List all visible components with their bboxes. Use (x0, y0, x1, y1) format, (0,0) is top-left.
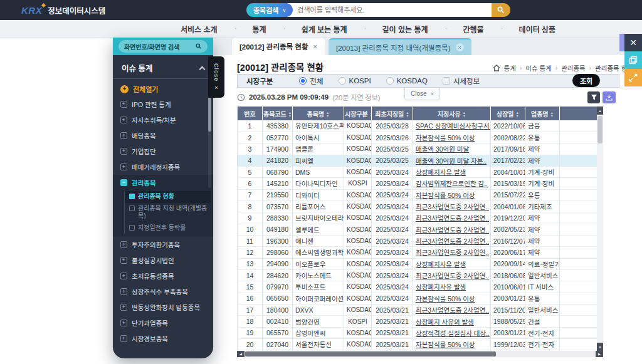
table-row[interactable]: 14284620카이노스메드KOSDAQ2025/03/24최근3사업연도중 2… (238, 269, 597, 281)
scroll-right-button[interactable]: ▶ (596, 351, 603, 357)
search-submit-button[interactable] (492, 3, 510, 17)
designation-reason-link[interactable]: 자본잠식률 50% 이상 (416, 295, 475, 303)
horizontal-scrollbar-thumb[interactable] (245, 351, 496, 356)
sidebar-subitem[interactable]: 관리종목 지정 내역(개별종목) (125, 203, 211, 222)
column-header-7[interactable]: 상장일▲▼ (491, 107, 525, 120)
sidebar-close-tab[interactable]: Close × (208, 56, 224, 98)
sidebar-item-row[interactable]: +단기과열종목 (113, 315, 213, 331)
designation-reason-link[interactable]: 상장적격성 실질심사 대상.. (416, 330, 490, 337)
sidebar-item-row[interactable]: +정리매매종목 (113, 346, 213, 350)
designation-reason-link[interactable]: 자본잠식률 50% 이상 (416, 341, 475, 348)
sidebar-item-row[interactable]: +기업집단 (113, 143, 213, 159)
tab-close-icon[interactable]: × (456, 43, 464, 51)
sidebar-item-row[interactable]: +자사주취득/처분 (113, 112, 213, 128)
table-row[interactable]: 18002410범양건영KOSPI2025/03/21상장폐지 사유의 발생19… (238, 316, 597, 327)
sidebar-subitem[interactable]: 지정일전후 등락률 (125, 222, 211, 234)
sidebar-item-row[interactable]: +초저유동성종목 (113, 268, 213, 284)
sidebar-item-row[interactable]: +투자주의환기종목 (113, 237, 213, 252)
designation-reason-link[interactable]: 자본잠식률 50% 이상 (416, 134, 475, 142)
nav-item-4[interactable]: 깊이 있는 통계 (382, 24, 428, 34)
expand-window-button[interactable] (624, 69, 642, 86)
market-radio-전체[interactable]: 전체 (299, 76, 323, 86)
market-radio-KOSPI[interactable]: KOSPI (339, 77, 371, 85)
table-row[interactable]: 7219550디와이디KOSDAQ2025/03/24자본잠식률 50% 이상2… (238, 189, 597, 200)
home-icon[interactable] (493, 65, 500, 71)
table-row[interactable]: 17180400DXVXKOSDAQ2025/03/21최근3사업연도중 2사업… (238, 304, 597, 316)
table-row[interactable]: 5068790DMSKOSDAQ2025/03/24상장폐지사유 발생2004/… (238, 166, 597, 177)
breadcrumb-item[interactable]: 통계 (504, 63, 516, 73)
designation-reason-link[interactable]: 최근3사업연도중 2사업연.. (416, 226, 489, 234)
breadcrumb-item[interactable]: 관리종목 (561, 63, 586, 73)
designation-reason-link[interactable]: 상장폐지사유 발생 (416, 261, 466, 268)
price-info-checkbox[interactable]: 시세정보 (443, 76, 480, 86)
table-row[interactable]: 1435380유안타제10호스팩KOSDAQ2025/03/28SPAC 상장예… (238, 120, 597, 132)
table-row[interactable]: 9288330브릿지바이오테라..KOSDAQ2025/03/24최근3사업연도… (238, 212, 597, 224)
designation-reason-link[interactable]: 매출액 30억원 미달 자본.. (416, 157, 487, 165)
sidebar-item-row[interactable]: +IPO 관련 통계 (113, 96, 213, 112)
table-row[interactable]: 15079970투비소프트KOSDAQ2025/03/24상장폐지사유 발생20… (238, 281, 597, 293)
screen-number-search-input[interactable]: 화면번호/화면명 검색 (118, 40, 208, 53)
table-row[interactable]: 4241820피씨엘KOSDAQ2025/03/25매출액 30억원 미달 자본… (238, 155, 597, 166)
sidebar-item-row[interactable]: +매매거래정지종목 (113, 159, 213, 175)
duplicate-window-button[interactable] (624, 51, 642, 69)
market-radio-KOSDAQ[interactable]: KOSDAQ (386, 77, 428, 85)
table-row[interactable]: 10049180셀루메드KOSDAQ2025/03/24최근3사업연도중 2사업… (238, 224, 597, 235)
vertical-scrollbar-thumb[interactable] (597, 116, 603, 143)
column-header-6[interactable]: 지정사유▲▼ (413, 107, 491, 120)
designation-reason-link[interactable]: 상장폐지사유 발생 (416, 169, 466, 176)
designation-reason-link[interactable]: 최근3사업연도중 2사업연.. (416, 249, 489, 256)
sidebar-item-row[interactable]: −관리종목 (113, 175, 213, 190)
close-window-button[interactable]: ✕ (624, 34, 642, 51)
scroll-down-button[interactable]: ▼ (597, 343, 603, 351)
designation-reason-link[interactable]: 최근3사업연도중 2사업연.. (416, 214, 489, 222)
table-row[interactable]: 16065650하이퍼코퍼레이션KOSDAQ2025/03/24자본잠식률 50… (238, 293, 597, 304)
table-row[interactable]: 2052770아이톡시KOSDAQ2025/03/26자본잠식률 50% 이상2… (238, 132, 597, 143)
sidebar-item-row[interactable]: +배당종목 (113, 128, 213, 143)
designation-reason-link[interactable]: 상장폐지 사유의 발생 (416, 318, 474, 326)
tab-close-icon[interactable]: × (313, 43, 317, 50)
table-row[interactable]: 20027040서울전자통신KOSDAQ2025/03/21자본잠식률 50% … (238, 339, 597, 350)
table-row[interactable]: 8073570리튬포어스KOSDAQ2025/03/24최근3사업연도중 2사업… (238, 200, 597, 212)
table-row[interactable]: 11196300애니젠KOSDAQ2025/03/24최근3사업연도중 2사업연… (238, 235, 597, 246)
column-header-5[interactable]: 최초지정일▲▼ (372, 107, 413, 120)
table-row[interactable]: 12298060에스씨엠생명과학KOSDAQ2025/03/24최근3사업연도중… (238, 247, 597, 258)
search-category-button[interactable]: 종목검색 ∨ (246, 3, 293, 17)
designation-reason-link[interactable]: 상장폐지사유 발생 (416, 283, 466, 291)
designation-reason-link[interactable]: 최근3사업연도중 2사업연.. (416, 306, 489, 314)
search-input[interactable] (287, 3, 492, 17)
designation-reason-link[interactable]: SPAC 상장예비심사청구서.. (416, 122, 491, 130)
sidebar-item-row[interactable]: +시장경보종목 (113, 331, 213, 346)
filter-funnel-button[interactable] (587, 91, 600, 103)
column-header-4[interactable]: 시장구분▲▼ (344, 107, 372, 120)
column-header-2[interactable]: 종목코드▲▼ (263, 107, 293, 120)
tab-1[interactable]: [20012] 관리종목 현황× (232, 38, 325, 55)
sidebar-subitem[interactable]: 관리종목 현황 (125, 191, 211, 203)
designation-reason-link[interactable]: 매출액 30억원 미달 (416, 145, 469, 153)
sidebar-item-row[interactable]: +불성실공시법인 (113, 252, 213, 268)
table-row[interactable]: 3174900앱클론KOSDAQ2025/03/25매출액 30억원 미달201… (238, 143, 597, 155)
designation-reason-link[interactable]: 최근3사업연도중 2사업연.. (416, 272, 489, 279)
column-header-8[interactable]: 업종명▲▼ (525, 107, 560, 120)
nav-item-3[interactable]: 쉽게 보는 통계 (302, 24, 347, 34)
nav-item-1[interactable]: 서비스 소개 (181, 24, 218, 34)
tab-2[interactable]: [20013] 관리종목 지정 내역(개별종목)× (329, 38, 471, 55)
column-header-3[interactable]: 종목명▲▼ (293, 107, 344, 120)
hidden-panel-button[interactable] (619, 34, 624, 51)
sidebar-item-row[interactable]: +상장주식수 부족종목 (113, 284, 213, 299)
designation-reason-link[interactable]: 최근3사업연도중 2사업연.. (416, 237, 489, 245)
table-row[interactable]: 19065570삼영이엔씨KOSDAQ2025/03/21상장적격성 실질심사 … (238, 327, 597, 338)
download-button[interactable] (603, 91, 616, 103)
sidebar-section-header[interactable]: 이슈 통계 (113, 59, 213, 79)
table-row[interactable]: 13294090이오플로우KOSDAQ2025/03/24상장폐지사유 발생20… (238, 258, 597, 269)
breadcrumb-item[interactable]: 이슈 통계 (525, 63, 552, 73)
close-popup-tab[interactable]: Close × (404, 88, 440, 100)
brand[interactable]: KRX 정보데이터시스템 (21, 4, 105, 16)
scroll-left-button[interactable]: ◀ (237, 351, 245, 357)
nav-item-5[interactable]: 간행물 (463, 24, 483, 34)
nav-item-2[interactable]: 통계 (253, 24, 266, 34)
designation-reason-link[interactable]: 최근3사업연도중 2사업연.. (416, 203, 489, 211)
table-row[interactable]: 6145210다이나믹디자인KOSPI2025/03/24감사범위제한으로인한 … (238, 178, 597, 189)
expand-all-button[interactable]: + 전체열기 (113, 79, 213, 96)
nav-item-6[interactable]: 데이터 상품 (519, 24, 556, 34)
scroll-up-button[interactable]: ▲ (597, 107, 603, 115)
